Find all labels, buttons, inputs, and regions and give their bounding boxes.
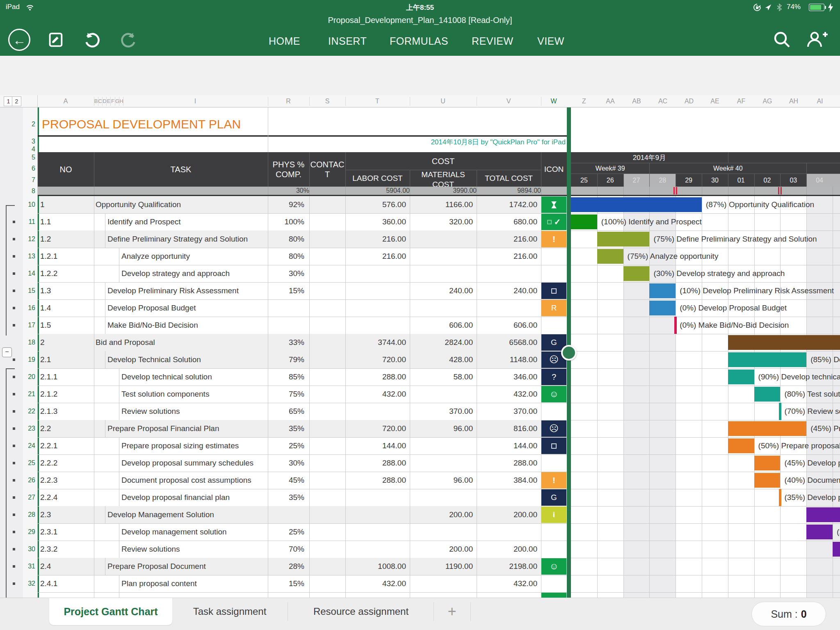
cell-icon-question[interactable]: ? (541, 369, 566, 385)
cell-task[interactable]: Test solution components (121, 386, 266, 403)
cell-labor[interactable]: 144.00 (345, 437, 406, 454)
cell-task[interactable]: Develop strategy and approach (121, 265, 266, 282)
ribbon-tab-insert[interactable]: INSERT (328, 35, 367, 47)
cell-materials[interactable] (410, 523, 473, 541)
timeline-day-04[interactable]: 04 (806, 174, 833, 187)
cell-phys[interactable]: 75% (268, 386, 304, 403)
cell-phys[interactable]: 15% (268, 575, 304, 592)
cell-task[interactable]: Develop Management Solution (107, 506, 266, 523)
cell-task[interactable]: Plan proposal content (121, 575, 266, 592)
pane-split-handle[interactable] (561, 345, 577, 361)
cell-no[interactable]: 1.1 (40, 213, 91, 231)
row-header-14[interactable]: 14 (23, 270, 35, 277)
row-header-8[interactable]: 8 (23, 187, 35, 195)
timeline-day-03[interactable]: 03 (780, 174, 806, 187)
cell-labor[interactable] (345, 282, 406, 299)
cell-total[interactable] (477, 265, 537, 282)
cell-phys[interactable] (268, 592, 304, 598)
cell-no[interactable]: 2.4.2 (40, 592, 91, 598)
row-header-7[interactable]: 7 (23, 176, 35, 184)
cell-materials[interactable]: 1190.00 (410, 558, 473, 575)
row-header-12[interactable]: 12 (23, 235, 35, 243)
cell-phys[interactable]: 25% (268, 523, 304, 541)
cell-total[interactable]: 680.00 (477, 213, 537, 231)
cell-labor[interactable]: 288.00 (345, 472, 406, 489)
row-header-23[interactable]: 23 (23, 425, 35, 432)
cell-labor[interactable] (345, 317, 406, 334)
cell-no[interactable]: 1.4 (40, 299, 91, 317)
cell-total[interactable] (477, 299, 537, 317)
column-header-C[interactable]: C (98, 95, 102, 107)
cell-task[interactable]: Identify and Prospect (107, 213, 266, 231)
cell-task[interactable]: Develop Proposal Budget (107, 299, 266, 317)
cell-phys[interactable]: 100% (268, 213, 304, 231)
column-header-R[interactable]: R (286, 95, 291, 107)
cell-task[interactable]: Review solutions (121, 541, 266, 558)
cell-total[interactable]: 346.00 (477, 368, 537, 386)
column-header-AC[interactable]: AC (658, 95, 667, 107)
cell-icon-G[interactable]: G (541, 489, 566, 506)
cell-labor[interactable]: 432.00 (345, 575, 406, 592)
cell-total[interactable]: 216.00 (477, 248, 537, 265)
cell-labor[interactable]: 3744.00 (345, 334, 406, 351)
row-header-25[interactable]: 25 (23, 459, 35, 467)
cell-labor[interactable] (345, 541, 406, 558)
column-header-A[interactable]: A (64, 95, 68, 107)
cell-icon-exclaim[interactable]: ! (541, 231, 566, 247)
cell-materials[interactable]: 58.00 (410, 368, 473, 386)
sheet-tab-resource-assignment[interactable]: Resource assignment (291, 598, 431, 625)
cell-materials[interactable]: 1166.00 (410, 196, 473, 213)
column-header-I[interactable]: I (194, 95, 196, 107)
column-header-Z[interactable]: Z (582, 95, 586, 107)
cell-total[interactable]: 2198.00 (477, 558, 537, 575)
column-header-U[interactable]: U (441, 95, 445, 107)
cell-labor[interactable] (345, 403, 406, 420)
cell-labor[interactable] (345, 489, 406, 506)
cell-no[interactable]: 2.2 (40, 420, 91, 437)
column-header-AB[interactable]: AB (632, 95, 641, 107)
redo-icon[interactable] (119, 30, 139, 49)
cell-labor[interactable]: 360.00 (345, 213, 406, 231)
row-header-30[interactable]: 30 (23, 546, 35, 553)
ribbon-tab-home[interactable]: HOME (269, 35, 300, 47)
cell-icon-exclaim[interactable]: ! (541, 472, 566, 488)
column-header-S[interactable]: S (325, 95, 330, 107)
cell-materials[interactable]: 200.00 (410, 541, 473, 558)
cell-phys[interactable]: 35% (268, 489, 304, 506)
cell-task[interactable]: Develop Technical Solution (107, 351, 266, 368)
cell-materials[interactable] (410, 437, 473, 454)
cell-no[interactable]: 2.3.2 (40, 541, 91, 558)
cell-icon-square[interactable] (541, 283, 566, 299)
cell-phys[interactable]: 15% (268, 282, 304, 299)
cell-no[interactable]: 1.2 (40, 231, 91, 248)
column-header-T[interactable]: T (375, 95, 379, 107)
row-header-32[interactable]: 32 (23, 580, 35, 587)
ribbon-tab-view[interactable]: VIEW (537, 35, 564, 47)
cell-materials[interactable]: 96.00 (410, 472, 473, 489)
cell-total[interactable]: 240.00 (477, 282, 537, 299)
cell-phys[interactable]: 28% (268, 558, 304, 575)
cell-labor[interactable]: 216.00 (345, 248, 406, 265)
cell-total[interactable]: 432.00 (477, 386, 537, 403)
cell-phys[interactable] (268, 506, 304, 523)
column-header-B[interactable]: B (94, 95, 98, 107)
cell-labor[interactable] (345, 523, 406, 541)
row-header-2[interactable]: 2 (23, 121, 35, 128)
column-header-AI[interactable]: AI (817, 95, 823, 107)
cell-labor[interactable] (345, 265, 406, 282)
cell-no[interactable]: 2 (40, 334, 91, 351)
cell-materials[interactable] (410, 231, 473, 248)
sheet-left-pane[interactable]: PROPOSAL DEVELOPMENT PLAN2014年10月8日 by "… (38, 107, 567, 598)
ribbon-tab-formulas[interactable]: FORMULAS (390, 35, 448, 47)
cell-task[interactable]: Review solutions (121, 403, 266, 420)
cell-materials[interactable] (410, 575, 473, 592)
cell-task[interactable]: Define Preliminary Strategy and Solution (107, 231, 266, 248)
cell-materials[interactable]: 428.00 (410, 351, 473, 368)
cell-labor[interactable]: 216.00 (345, 231, 406, 248)
cell-phys[interactable]: 80% (268, 248, 304, 265)
cell-no[interactable]: 1.2.1 (40, 248, 91, 265)
cell-task[interactable]: Develop Preliminary Risk Assessment (107, 282, 266, 299)
cell-task[interactable]: Analyze opportunity (121, 248, 266, 265)
column-header-AF[interactable]: AF (737, 95, 745, 107)
cell-no[interactable]: 2.1.1 (40, 368, 91, 386)
